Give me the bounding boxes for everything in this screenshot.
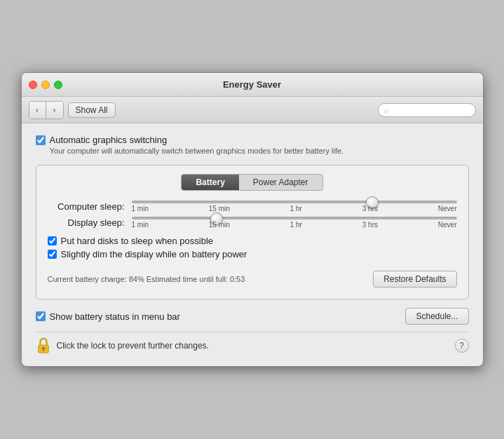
search-box: ⌕	[378, 103, 476, 117]
tab-group: Battery Power Adapter	[181, 174, 322, 191]
lock-svg	[36, 337, 51, 355]
maximize-button[interactable]	[54, 81, 62, 89]
restore-defaults-button[interactable]: Restore Defaults	[373, 271, 456, 288]
computer-sleep-slider-container: 1 min 15 min 1 hr 3 hrs Never	[132, 201, 457, 212]
settings-panel: Battery Power Adapter Computer sleep: 1 …	[36, 165, 469, 299]
auto-graphics-section: Automatic graphics switching Your comput…	[36, 135, 469, 155]
minimize-button[interactable]	[41, 81, 50, 89]
show-all-button[interactable]: Show All	[68, 102, 116, 118]
traffic-lights	[29, 81, 62, 89]
tab-bar: Battery Power Adapter	[48, 174, 457, 191]
schedule-button[interactable]: Schedule...	[405, 308, 468, 325]
cs-label-15min: 15 min	[209, 205, 230, 212]
cs-label-3hrs: 3 hrs	[362, 205, 378, 212]
main-window: Energy Saver ‹ › Show All ⌕ Automatic gr…	[21, 72, 484, 367]
computer-sleep-labels: 1 min 15 min 1 hr 3 hrs Never	[132, 205, 457, 212]
cs-label-1hr: 1 hr	[290, 205, 302, 212]
ds-label-3hrs: 3 hrs	[362, 221, 378, 229]
tab-power-adapter[interactable]: Power Adapter	[239, 175, 322, 190]
computer-sleep-row: Computer sleep: 1 min 15 min 1 hr 3 hrs …	[48, 201, 457, 212]
cs-label-1min: 1 min	[132, 205, 149, 212]
battery-info: Current battery charge: 84% Estimated ti…	[48, 271, 457, 288]
lock-bar: Click the lock to prevent further change…	[36, 332, 469, 355]
ds-label-15min: 15 min	[209, 221, 230, 229]
options-section: Put hard disks to sleep when possible Sl…	[48, 236, 457, 259]
battery-status-text: Current battery charge: 84% Estimated ti…	[48, 275, 245, 283]
window-title: Energy Saver	[223, 79, 281, 90]
auto-graphics-row: Automatic graphics switching	[36, 135, 469, 145]
ds-label-1min: 1 min	[132, 221, 149, 229]
ds-label-never: Never	[438, 221, 457, 229]
display-sleep-row: Display sleep: 1 min 15 min 1 hr 3 hrs N…	[48, 217, 457, 229]
computer-sleep-slider[interactable]	[132, 201, 457, 203]
search-icon: ⌕	[384, 106, 389, 114]
forward-button[interactable]: ›	[46, 102, 63, 119]
show-battery-checkbox-row: Show battery status in menu bar	[36, 311, 180, 322]
ds-label-1hr: 1 hr	[290, 221, 302, 229]
close-button[interactable]	[29, 81, 37, 89]
back-button[interactable]: ‹	[29, 102, 46, 119]
auto-graphics-checkbox[interactable]	[36, 135, 46, 145]
svg-rect-2	[43, 349, 44, 351]
tab-battery[interactable]: Battery	[182, 175, 238, 190]
dim-display-label: Slightly dim the display while on batter…	[61, 249, 247, 259]
show-battery-checkbox[interactable]	[36, 311, 46, 321]
hard-disks-row: Put hard disks to sleep when possible	[48, 236, 457, 246]
display-sleep-labels: 1 min 15 min 1 hr 3 hrs Never	[132, 221, 457, 229]
computer-sleep-label: Computer sleep:	[48, 201, 132, 212]
cs-label-never: Never	[438, 205, 457, 212]
lock-text: Click the lock to prevent further change…	[57, 341, 209, 351]
lock-icon[interactable]	[36, 337, 51, 355]
display-sleep-slider[interactable]	[132, 217, 457, 219]
help-button[interactable]: ?	[455, 339, 469, 353]
hard-disks-label: Put hard disks to sleep when possible	[61, 236, 214, 246]
dim-display-checkbox[interactable]	[48, 250, 57, 259]
titlebar: Energy Saver	[22, 73, 483, 97]
auto-graphics-sublabel: Your computer will automatically switch …	[50, 147, 469, 155]
search-input[interactable]	[392, 105, 470, 115]
nav-buttons: ‹ ›	[29, 101, 64, 119]
show-battery-row: Show battery status in menu bar Schedule…	[36, 308, 469, 325]
auto-graphics-label: Automatic graphics switching	[50, 135, 168, 145]
show-battery-label: Show battery status in menu bar	[50, 311, 180, 322]
content-area: Automatic graphics switching Your comput…	[22, 123, 483, 366]
display-sleep-label: Display sleep:	[48, 217, 132, 228]
dim-display-row: Slightly dim the display while on batter…	[48, 249, 457, 259]
hard-disks-checkbox[interactable]	[48, 236, 57, 245]
toolbar: ‹ › Show All ⌕	[22, 97, 483, 123]
display-sleep-slider-container: 1 min 15 min 1 hr 3 hrs Never	[132, 217, 457, 229]
